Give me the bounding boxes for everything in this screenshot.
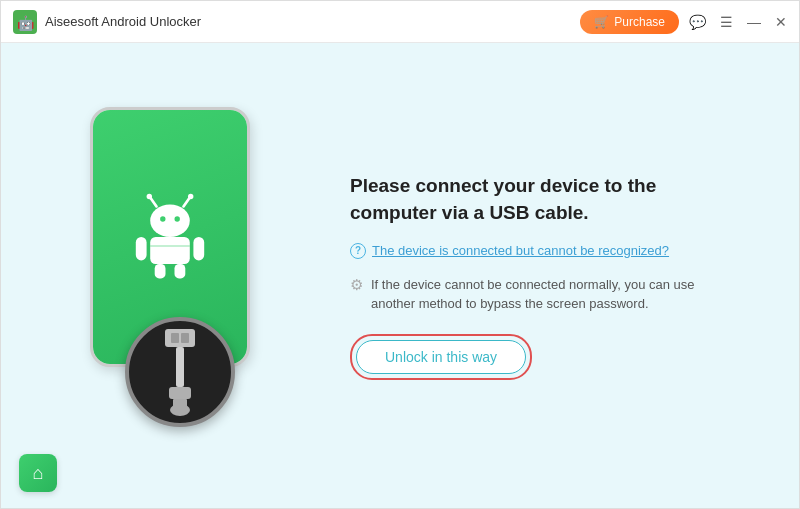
usb-plug-svg [145,327,215,417]
home-icon: ⌂ [33,463,44,484]
app-logo-icon: 🤖 [13,10,37,34]
unlock-button-wrapper: Unlock in this way [350,334,532,380]
bypass-text: If the device cannot be connected normal… [371,275,730,314]
menu-button[interactable]: ☰ [720,15,733,29]
home-button[interactable]: ⌂ [19,454,57,492]
svg-rect-19 [169,387,191,399]
usb-cable-illustration [125,317,235,427]
svg-rect-17 [181,333,189,343]
svg-rect-11 [193,237,204,260]
connect-title: Please connect your device to the comput… [350,173,730,226]
svg-rect-12 [155,264,166,278]
window-controls: 💬 ☰ — ✕ [689,15,787,29]
minimize-button[interactable]: — [747,15,761,29]
cart-icon: 🛒 [594,15,609,29]
android-robot-icon [125,192,215,282]
svg-point-6 [188,193,193,198]
svg-rect-9 [150,237,190,264]
main-content: Please connect your device to the comput… [1,43,799,509]
svg-rect-10 [136,237,147,260]
svg-rect-15 [165,329,195,347]
purchase-button[interactable]: 🛒 Purchase [580,10,679,34]
close-button[interactable]: ✕ [775,15,787,29]
svg-rect-13 [175,264,186,278]
svg-text:🤖: 🤖 [17,15,35,32]
svg-point-2 [150,204,190,236]
svg-line-5 [184,197,190,206]
svg-point-8 [175,216,180,221]
svg-rect-16 [171,333,179,343]
illustration [70,107,290,447]
message-button[interactable]: 💬 [689,15,706,29]
titlebar-right: 🛒 Purchase 💬 ☰ — ✕ [580,10,787,34]
svg-point-21 [170,404,190,416]
info-panel: Please connect your device to the comput… [350,173,730,379]
settings-icon: ⚙ [350,276,363,294]
titlebar-left: 🤖 Aiseesoft Android Unlocker [13,10,201,34]
device-link-row: ? The device is connected but cannot be … [350,243,730,259]
svg-line-3 [150,197,156,206]
question-icon: ? [350,243,366,259]
device-not-recognized-link[interactable]: The device is connected but cannot be re… [372,243,669,258]
unlock-in-this-way-button[interactable]: Unlock in this way [356,340,526,374]
svg-point-4 [147,193,152,198]
bypass-row: ⚙ If the device cannot be connected norm… [350,275,730,314]
svg-point-7 [160,216,165,221]
svg-rect-18 [176,347,184,387]
app-title: Aiseesoft Android Unlocker [45,14,201,29]
titlebar: 🤖 Aiseesoft Android Unlocker 🛒 Purchase … [1,1,799,43]
purchase-label: Purchase [614,15,665,29]
